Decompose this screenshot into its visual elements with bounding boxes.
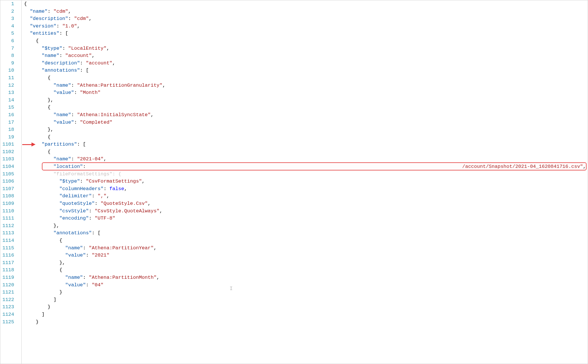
line-number: 1108 (0, 192, 14, 200)
code-line[interactable]: ] (24, 311, 588, 318)
line-number: 1112 (0, 222, 14, 230)
code-line[interactable]: ] (24, 296, 588, 304)
code-content: { (24, 105, 51, 110)
code-line[interactable]: "name": "Athena:InitialSyncState", (24, 111, 588, 119)
code-line[interactable]: }, (24, 126, 588, 133)
code-content: "$type": "LocalEntity", (24, 46, 109, 51)
code-content: ] (24, 297, 56, 302)
code-content: }, (24, 127, 53, 132)
code-content: "$type": "CsvFormatSettings", (24, 179, 145, 184)
line-number: 12 (0, 82, 14, 89)
code-line[interactable]: } (24, 318, 588, 326)
code-content: } (24, 289, 62, 295)
code-line[interactable]: "$type": "LocalEntity", (24, 45, 588, 52)
code-line[interactable]: "description": "account", (24, 60, 588, 67)
code-editor[interactable]: 1234567891011121314151617181911011102110… (0, 0, 588, 364)
code-content: "name": "Athena:PartitionGranularity", (24, 83, 165, 88)
code-line[interactable]: "name": "account", (24, 52, 588, 60)
code-content: "value": "04" (24, 282, 103, 288)
code-line[interactable]: }, (24, 96, 588, 104)
location-suffix: /account/Snapshot/2021-04_1620841716.csv… (462, 163, 586, 170)
line-number: 7 (0, 45, 14, 52)
code-line[interactable]: { (24, 148, 588, 156)
code-line[interactable]: "name": "Athena:PartitionMonth", (24, 274, 588, 281)
code-line[interactable]: { (24, 0, 588, 8)
code-line[interactable]: } (24, 289, 588, 296)
code-line[interactable]: { (24, 133, 588, 141)
code-line[interactable]: "annotations": [ (24, 229, 588, 237)
line-number: 1120 (0, 281, 14, 289)
line-number: 15 (0, 104, 14, 111)
code-area[interactable]: { "name": "cdm", "description": "cdm", "… (22, 0, 588, 364)
code-line[interactable]: { (24, 37, 588, 45)
code-content: "name": "2021-04", (24, 156, 107, 162)
code-line[interactable]: "description": "cdm", (24, 15, 588, 23)
code-line[interactable]: "version": "1.0", (24, 23, 588, 30)
code-content: "partitions": [ (24, 142, 86, 147)
line-number: 1103 (0, 155, 14, 163)
code-line[interactable]: { (24, 104, 588, 111)
code-content: "columnHeaders": false, (24, 186, 127, 192)
line-number: 9 (0, 60, 14, 67)
code-line[interactable]: }, (24, 259, 588, 267)
code-content: "name": "Athena:InitialSyncState", (24, 112, 154, 118)
code-line[interactable]: "value": "Month" (24, 89, 588, 96)
code-line[interactable]: "fileFormatSettings": { (24, 170, 588, 178)
code-line[interactable]: "location": /account/Snapshot/2021-04_16… (24, 163, 588, 170)
code-line[interactable]: "name": "2021-04", (24, 155, 588, 163)
code-line[interactable]: "partitions": [ (24, 141, 588, 148)
code-line[interactable]: "value": "04" (24, 281, 588, 289)
line-number: 1118 (0, 266, 14, 274)
code-line[interactable]: "value": "Completed" (24, 119, 588, 126)
code-line[interactable]: } (24, 303, 588, 311)
code-content: { (24, 134, 51, 140)
code-content: "delimiter": ",", (24, 193, 109, 199)
line-number: 17 (0, 119, 14, 126)
code-line[interactable]: "quoteStyle": "QuoteStyle.Csv", (24, 200, 588, 207)
code-content: }, (24, 260, 65, 265)
code-line[interactable]: { (24, 266, 588, 274)
line-number: 8 (0, 52, 14, 60)
line-number: 11 (0, 74, 14, 82)
line-number: 1121 (0, 289, 14, 296)
line-number: 1119 (0, 274, 14, 281)
code-line[interactable]: "name": "Athena:PartitionGranularity", (24, 82, 588, 89)
code-content: "location": (24, 163, 89, 170)
code-content: { (24, 75, 51, 81)
code-content: { (24, 38, 39, 44)
code-line[interactable]: "encoding": "UTF-8" (24, 215, 588, 222)
code-line[interactable]: { (24, 74, 588, 82)
code-line[interactable]: "value": "2021" (24, 252, 588, 259)
code-content: "annotations": [ (24, 230, 101, 236)
text-cursor: I (230, 286, 230, 291)
line-number: 1105 (0, 170, 14, 178)
line-number: 1116 (0, 252, 14, 259)
code-content: "name": "account", (24, 53, 95, 58)
code-line[interactable]: "columnHeaders": false, (24, 185, 588, 193)
code-line[interactable]: "name": "cdm", (24, 8, 588, 15)
code-line[interactable]: "delimiter": ",", (24, 192, 588, 200)
code-line[interactable]: "entities": [ (24, 30, 588, 37)
code-line[interactable]: "name": "Athena:PartitionYear", (24, 244, 588, 252)
line-number: 1117 (0, 259, 14, 267)
code-line[interactable]: "csvStyle": "CsvStyle.QuoteAlways", (24, 207, 588, 215)
line-number: 1101 (0, 141, 14, 148)
code-line[interactable]: }, (24, 222, 588, 230)
line-number: 4 (0, 23, 14, 30)
code-content: "value": "2021" (24, 252, 109, 258)
code-line[interactable]: "$type": "CsvFormatSettings", (24, 178, 588, 185)
line-number: 6 (0, 37, 14, 45)
line-number: 14 (0, 96, 14, 104)
line-number: 1125 (0, 318, 14, 326)
line-number: 13 (0, 89, 14, 96)
line-number: 1102 (0, 148, 14, 156)
line-number: 1123 (0, 303, 14, 311)
line-number: 19 (0, 133, 14, 141)
code-content: "encoding": "UTF-8" (24, 216, 115, 221)
code-line[interactable]: "annotations": [ (24, 67, 588, 74)
code-content: "version": "1.0", (24, 23, 80, 29)
code-content: "description": "cdm", (24, 16, 92, 21)
code-line[interactable]: { (24, 237, 588, 244)
code-content: "name": "cdm", (24, 9, 71, 14)
code-content: "description": "account", (24, 60, 115, 66)
